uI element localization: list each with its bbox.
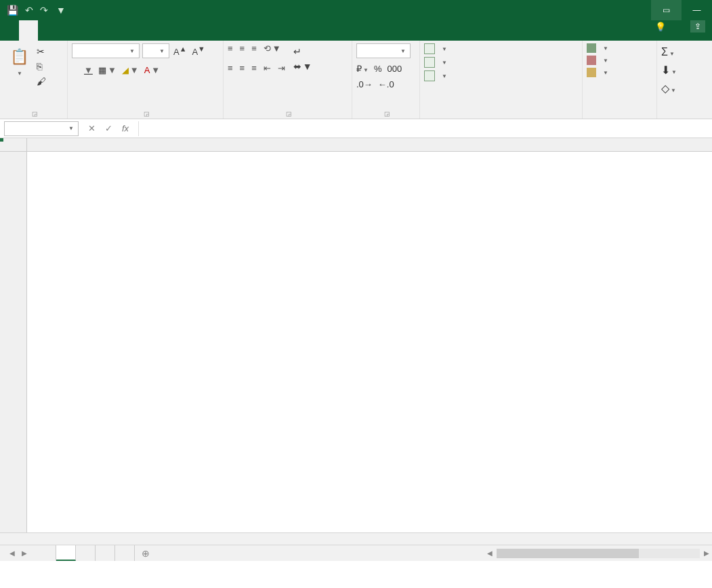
cancel-formula-icon[interactable]: ✕: [88, 123, 96, 133]
group-styles: ▼ ▼ ▼: [420, 41, 583, 119]
sheet-tab-5[interactable]: [115, 545, 135, 561]
alignment-launcher-icon[interactable]: ◲: [286, 110, 292, 117]
font-name-select[interactable]: ▼: [72, 43, 140, 58]
ribbon: 📋 ▼ ✂ ⎘ 🖌 ◲ ▼ ▼ A▲ A▼ ▼ ▦: [0, 41, 712, 119]
fill-color-icon[interactable]: ◢▼: [122, 65, 139, 75]
align-bottom-icon[interactable]: ≡: [251, 43, 257, 54]
font-color-icon[interactable]: A▼: [144, 65, 161, 75]
table-icon: [424, 57, 435, 68]
copy-icon[interactable]: ⎘: [37, 61, 46, 72]
group-alignment: ≡ ≡ ≡ ⟲▼ ≡ ≡ ≡ ⇤ ⇥ ↵ ⬌▼ ◲: [224, 41, 352, 119]
format-cells-button[interactable]: ▼: [587, 68, 608, 77]
group-editing: Σ▼ ⬇▼ ◇▼: [657, 41, 698, 119]
name-box[interactable]: ▼: [4, 121, 79, 136]
tab-data[interactable]: [95, 20, 114, 41]
sheet-tab-1[interactable]: [37, 545, 56, 561]
qat-customize-icon[interactable]: ▼: [56, 5, 66, 16]
fill-icon[interactable]: ⬇▼: [661, 64, 677, 77]
comma-icon[interactable]: 000: [387, 64, 402, 74]
enter-formula-icon[interactable]: ✓: [105, 123, 112, 133]
redo-icon[interactable]: ↷: [40, 5, 48, 16]
number-launcher-icon[interactable]: ◲: [384, 110, 390, 117]
clipboard-launcher-icon[interactable]: ◲: [32, 110, 38, 117]
decrease-decimal-icon[interactable]: ←.0: [378, 79, 394, 89]
hscroll-left-icon[interactable]: ◀: [484, 549, 495, 557]
delete-cells-button[interactable]: ▼: [587, 56, 608, 65]
sheet-nav-next-icon[interactable]: ▶: [22, 549, 27, 557]
merge-icon[interactable]: ⬌▼: [293, 61, 312, 72]
hscroll-thumb[interactable]: [497, 549, 639, 558]
quick-access-toolbar: 💾 ↶ ↷ ▼: [0, 5, 66, 16]
ribbon-display-options-icon[interactable]: ▭: [651, 0, 682, 20]
font-launcher-icon[interactable]: ◲: [144, 110, 150, 117]
cond-format-icon: [424, 43, 435, 54]
formula-input[interactable]: [138, 121, 712, 136]
horizontal-scrollbar[interactable]: [0, 532, 712, 545]
conditional-formatting-button[interactable]: ▼: [424, 43, 447, 54]
format-as-table-button[interactable]: ▼: [424, 57, 447, 68]
group-clipboard: 📋 ▼ ✂ ⎘ 🖌 ◲: [0, 41, 68, 119]
cut-icon[interactable]: ✂: [37, 46, 46, 57]
cell-styles-icon: [424, 70, 435, 81]
group-font: ▼ ▼ A▲ A▼ ▼ ▦▼ ◢▼ A▼ ◲: [68, 41, 224, 119]
sheet-tab-4[interactable]: [96, 545, 115, 561]
align-center-icon[interactable]: ≡: [240, 63, 245, 73]
align-left-icon[interactable]: ≡: [228, 63, 233, 73]
cells-area[interactable]: [27, 152, 712, 532]
tab-view[interactable]: [133, 20, 152, 41]
paste-button[interactable]: 📋 ▼: [4, 43, 34, 79]
orientation-icon[interactable]: ⟲▼: [264, 43, 281, 54]
number-format-select[interactable]: ▼: [356, 43, 411, 58]
align-middle-icon[interactable]: ≡: [240, 43, 245, 54]
sheet-tab-2[interactable]: [56, 545, 76, 561]
format-painter-icon[interactable]: 🖌: [37, 76, 46, 87]
tab-review[interactable]: [114, 20, 133, 41]
font-size-select[interactable]: ▼: [142, 43, 169, 58]
insert-cells-icon: [587, 43, 596, 53]
clipboard-icon: 📋: [8, 46, 30, 68]
bulb-icon: 💡: [655, 22, 666, 32]
align-top-icon[interactable]: ≡: [228, 43, 233, 54]
sheet-tab-bar: ◀ ▶ ⊕ ◀ ▶: [0, 545, 712, 561]
group-number: ▼ ₽▼ % 000 .0→ ←.0 ◲: [352, 41, 420, 119]
increase-font-icon[interactable]: A▲: [172, 45, 188, 57]
hscroll-right-icon[interactable]: ▶: [701, 549, 712, 557]
wrap-text-icon[interactable]: ↵: [293, 46, 312, 57]
increase-indent-icon[interactable]: ⇥: [278, 63, 285, 73]
share-icon[interactable]: ⇪: [690, 20, 705, 33]
underline-button[interactable]: ▼: [83, 65, 93, 75]
tab-page-layout[interactable]: [57, 20, 76, 41]
sheet-nav-prev-icon[interactable]: ◀: [9, 549, 15, 557]
border-icon[interactable]: ▦▼: [98, 65, 117, 75]
fx-icon[interactable]: fx: [122, 123, 129, 133]
save-icon[interactable]: 💾: [7, 5, 18, 16]
currency-icon[interactable]: ₽▼: [356, 64, 369, 74]
tab-file[interactable]: [0, 20, 19, 41]
row-headers: [0, 152, 27, 532]
spreadsheet-grid[interactable]: [0, 138, 712, 532]
minimize-icon[interactable]: —: [682, 0, 712, 20]
decrease-indent-icon[interactable]: ⇤: [264, 63, 271, 73]
align-right-icon[interactable]: ≡: [251, 63, 257, 73]
cell-styles-button[interactable]: ▼: [424, 70, 447, 81]
delete-cells-icon: [587, 56, 596, 65]
hscroll-track[interactable]: [497, 549, 700, 558]
autosum-icon[interactable]: Σ▼: [661, 46, 677, 58]
group-cells: ▼ ▼ ▼: [583, 41, 657, 119]
decrease-font-icon[interactable]: A▼: [190, 45, 206, 57]
formula-bar: ▼ ✕ ✓ fx: [0, 119, 712, 138]
undo-icon[interactable]: ↶: [25, 5, 33, 16]
tab-insert[interactable]: [38, 20, 57, 41]
format-cells-icon: [587, 68, 596, 77]
window-controls: ▭ —: [651, 0, 712, 20]
insert-cells-button[interactable]: ▼: [587, 43, 608, 53]
percent-icon[interactable]: %: [374, 64, 382, 74]
sheet-tab-3[interactable]: [76, 545, 96, 561]
title-bar: 💾 ↶ ↷ ▼ ▭ —: [0, 0, 712, 20]
increase-decimal-icon[interactable]: .0→: [356, 79, 373, 89]
clear-icon[interactable]: ◇▼: [661, 82, 677, 95]
select-all-corner[interactable]: [0, 138, 27, 152]
new-sheet-button[interactable]: ⊕: [135, 548, 156, 559]
tab-home[interactable]: [19, 20, 38, 41]
tab-formulas[interactable]: [76, 20, 95, 41]
